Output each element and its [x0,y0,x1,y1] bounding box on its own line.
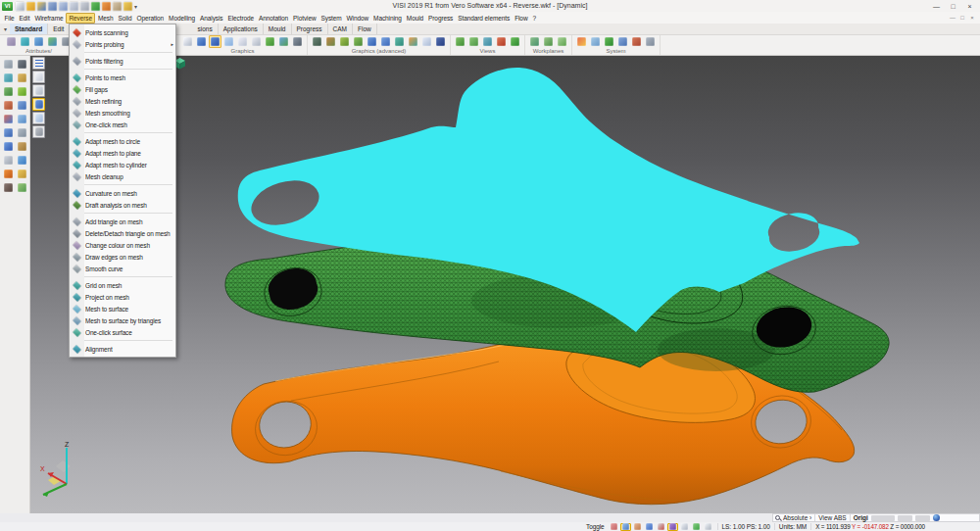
pencil-blue-tool-icon[interactable] [16,99,28,112]
menu-file[interactable]: File [2,13,17,24]
tab-flow[interactable]: Flow [353,24,377,34]
origin-label[interactable]: Origi [854,514,868,521]
cylinder-blue-selected-icon[interactable] [209,35,221,48]
layer-bin-dark-button[interactable] [32,125,45,138]
frame-teal-icon[interactable] [481,35,494,48]
view-rotate-icon[interactable] [467,35,480,48]
delete-tool-icon[interactable] [16,58,28,71]
copy-icon[interactable] [70,2,78,11]
globe-icon[interactable] [933,514,940,521]
tab-mould[interactable]: Mould [264,24,292,34]
bush-green-icon[interactable] [338,35,351,48]
window-icon[interactable] [616,35,629,48]
attribute-box-icon[interactable] [5,35,18,48]
reverse-menu-item-mesh-to-surface-by-triangles[interactable]: Mesh to surface by triangles [70,314,175,326]
palette-icon[interactable] [575,35,588,48]
minimize-button[interactable]: — [928,1,945,12]
layer-cylinder-outline-button[interactable] [32,71,45,83]
stamp-icon[interactable] [632,523,643,531]
reverse-menu-item-smooth-curve[interactable]: Smooth curve [70,263,175,274]
tab-edit[interactable]: Edit [48,24,70,34]
view-dark-icon[interactable] [291,35,304,48]
tab-standard[interactable]: Standard [10,24,48,34]
mesh-dark-tool-icon[interactable] [2,181,15,194]
cylinder-blue-2-icon[interactable] [366,35,378,48]
favorites-icon[interactable] [123,2,132,11]
tab-caret-icon[interactable]: ▾ [0,24,10,34]
menu-annotation[interactable]: Annotation [257,13,291,24]
tree-brown-icon[interactable] [324,35,337,48]
cylinder-light-icon[interactable] [222,35,235,48]
modify-tool-icon[interactable] [2,99,15,112]
menu-help[interactable]: ? [530,13,539,24]
book-tool-icon[interactable] [16,181,28,194]
tab-progress[interactable]: Progress [292,24,328,34]
shield-blue-icon[interactable] [434,35,447,48]
reverse-menu-item-grid-on-mesh[interactable]: Grid on mesh [70,279,175,291]
import-folder-icon[interactable] [37,2,46,11]
menu-machining[interactable]: Machining [371,13,405,24]
reverse-menu-item-alignment[interactable]: Alignment [70,343,175,355]
absolute-mode-label[interactable]: Absolute › [783,514,811,521]
maximize-button[interactable]: □ [945,1,961,12]
menu-progress[interactable]: Progress [426,13,456,24]
layer-bin-button[interactable] [32,84,45,97]
tsquare-tool-icon[interactable] [16,140,28,153]
rotate-icon[interactable] [691,523,702,531]
plane-gray-icon[interactable] [644,35,657,48]
menu-mould[interactable]: Mould [404,13,425,24]
menu-analysis[interactable]: Analysis [198,13,225,24]
help-tool-icon[interactable] [2,140,15,153]
reverse-menu-item-add-triangle-on-mesh[interactable]: Add triangle on mesh [70,216,175,227]
menu-reverse[interactable]: Reverse [66,13,96,24]
toggle-label[interactable]: Toggle [586,523,605,530]
reverse-menu-item-one-click-surface[interactable]: One-click surface [70,326,175,338]
reverse-menu-item-curvature-on-mesh[interactable]: Curvature on mesh [70,187,175,199]
teal-icon[interactable] [393,35,406,48]
solid-box-icon[interactable] [667,523,678,531]
frame-tool-icon[interactable] [2,72,15,84]
axes-green-icon[interactable] [454,35,466,48]
reverse-menu-item-delete-detach-triangle-on-mesh[interactable]: Delete/Detach triangle on mesh [70,227,175,239]
reverse-menu-item-points-to-mesh[interactable]: Points to mesh [70,72,175,83]
surface-gray-tool-icon[interactable] [16,126,28,139]
tools-red-icon[interactable] [630,35,643,48]
reverse-menu-item-adapt-mesh-to-cylinder[interactable]: Adapt mesh to cylinder [70,159,175,170]
select-grid-icon[interactable] [609,523,619,531]
quick-access-caret-icon[interactable]: ▾ [134,3,137,10]
search-icon[interactable] [775,515,780,520]
grid-icon[interactable] [703,523,713,531]
spin-tool-icon[interactable] [16,154,28,167]
menu-plotview[interactable]: Plotview [291,13,318,24]
new-file-icon[interactable] [16,2,24,11]
workplane-1-icon[interactable] [528,35,541,48]
reverse-menu-item-mesh-smoothing[interactable]: Mesh smoothing [70,107,175,119]
workplane-3-icon[interactable] [556,35,568,48]
cylinder-blue-icon[interactable] [195,35,208,48]
mdi-maximize-button[interactable]: □ [957,15,967,21]
tab-sions[interactable]: sions [193,24,219,34]
open-folder-icon[interactable] [26,2,35,11]
reverse-menu-item-draft-analysis-on-mesh[interactable]: Draft analysis on mesh [70,199,175,211]
compare-tool-icon[interactable] [2,113,15,125]
cylinder-blue-3-icon[interactable] [379,35,392,48]
mdi-minimize-button[interactable]: — [948,15,957,21]
trash-tool-icon[interactable] [2,154,15,167]
globe-system-icon[interactable] [603,35,615,48]
tree-dark-icon[interactable] [311,35,323,48]
sync-icon[interactable] [91,2,100,11]
image-icon[interactable] [589,35,602,48]
save-icon[interactable] [48,2,57,11]
help-point-icon[interactable] [644,523,655,531]
white-blue-icon[interactable] [420,35,433,48]
stack-blue-green-icon[interactable] [277,35,290,48]
menu-edit[interactable]: Edit [17,13,32,24]
menu-solid[interactable]: Solid [116,13,134,24]
reverse-menu-item-change-colour-on-mesh[interactable]: Change colour on mesh [70,239,175,251]
reverse-menu-item-mesh-cleanup[interactable]: Mesh cleanup [70,170,175,182]
attribute-blue-icon[interactable] [32,35,45,48]
bin-white-icon[interactable] [250,35,263,48]
pencil-tool-icon[interactable] [16,72,28,84]
attribute-green-blue-icon[interactable] [46,35,59,48]
reverse-menu-item-project-on-mesh[interactable]: Project on mesh [70,291,175,303]
